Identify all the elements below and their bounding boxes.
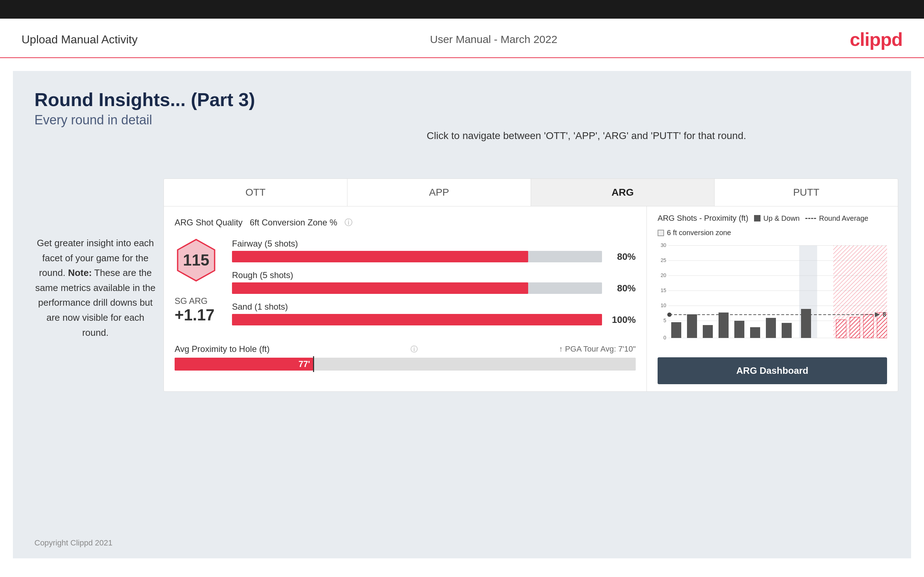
chart-bar-6 xyxy=(750,327,760,338)
top-bar xyxy=(0,0,924,19)
svg-text:10: 10 xyxy=(661,303,666,308)
bar-pct-sand: 100% xyxy=(607,314,636,326)
chart-bar-11 xyxy=(850,317,860,338)
chart-area: 30 25 20 15 10 5 0 xyxy=(657,243,887,350)
hex-score-block: 115 SG ARG +1.17 xyxy=(174,239,218,324)
tab-bar: OTT APP ARG PUTT xyxy=(164,179,898,206)
svg-text:15: 15 xyxy=(661,287,666,293)
hexagon: 115 xyxy=(174,239,218,282)
chart-bar-10 xyxy=(836,320,846,338)
left-panel: ARG Shot Quality 6ft Conversion Zone % ⓘ… xyxy=(164,206,647,392)
legend-6ft-label: 6 ft conversion zone xyxy=(667,229,731,237)
chart-svg: 30 25 20 15 10 5 0 xyxy=(657,243,887,350)
prox-bar-label: 77' xyxy=(298,359,310,369)
bar-outer-fairway xyxy=(232,251,602,262)
bar-row-fairway: Fairway (5 shots) 80% xyxy=(232,239,636,262)
upload-link[interactable]: Upload Manual Activity xyxy=(21,33,138,46)
hex-number: 115 xyxy=(183,251,209,269)
card-body: ARG Shot Quality 6ft Conversion Zone % ⓘ… xyxy=(164,206,898,392)
bar-label-fairway: Fairway (5 shots) xyxy=(232,239,636,249)
conversion-label: 6ft Conversion Zone % xyxy=(250,218,337,227)
bar-row-sand: Sand (1 shots) 100% xyxy=(232,302,636,326)
chart-title: ARG Shots - Proximity (ft) xyxy=(657,214,748,223)
bars-container: Fairway (5 shots) 80% Rough (5 shots) xyxy=(232,239,636,333)
bar-fill-fairway xyxy=(232,251,528,262)
footer: Copyright Clippd 2021 xyxy=(34,538,113,548)
nav-hint: Click to navigate between 'OTT', 'APP', … xyxy=(427,128,746,143)
legend-up-down-label: Up & Down xyxy=(763,214,800,222)
prox-label: Avg Proximity to Hole (ft) xyxy=(174,344,270,354)
pga-avg-label: ↑ PGA Tour Avg: 7'10" xyxy=(559,345,636,354)
prox-section: Avg Proximity to Hole (ft) ⓘ ↑ PGA Tour … xyxy=(174,344,636,371)
bar-outer-rough xyxy=(232,282,602,294)
prox-bar-fill: 77' xyxy=(174,358,313,371)
sg-label: SG ARG xyxy=(174,296,218,306)
legend-round-avg-label: Round Average xyxy=(819,214,868,222)
bar-row-rough: Rough (5 shots) 80% xyxy=(232,270,636,294)
main-content: Round Insights... (Part 3) Every round i… xyxy=(13,71,911,558)
sg-value: +1.17 xyxy=(174,306,218,324)
hex-container: 115 SG ARG +1.17 Fairway (5 shots) xyxy=(174,239,636,333)
chart-bar-8 xyxy=(782,323,792,338)
help-icon[interactable]: ⓘ xyxy=(344,217,352,228)
clippd-logo: clippd xyxy=(850,29,903,50)
bar-track-sand: 100% xyxy=(232,314,636,326)
svg-text:0: 0 xyxy=(663,335,666,340)
chart-bar-4 xyxy=(719,313,729,338)
chart-bar-1 xyxy=(671,322,681,338)
chart-bar-12 xyxy=(863,314,874,338)
legend-round-avg: Round Average xyxy=(805,214,868,222)
main-card: OTT APP ARG PUTT ARG Shot Quality 6ft Co… xyxy=(163,179,898,392)
help-icon-prox[interactable]: ⓘ xyxy=(410,345,418,354)
bar-fill-sand xyxy=(232,314,602,326)
svg-text:25: 25 xyxy=(661,257,666,263)
svg-text:30: 30 xyxy=(661,243,666,248)
legend-square-icon xyxy=(754,215,761,221)
page-title: Round Insights... (Part 3) xyxy=(34,89,890,110)
bar-track-rough: 80% xyxy=(232,282,636,294)
prox-cursor xyxy=(313,356,314,372)
bar-label-rough: Rough (5 shots) xyxy=(232,270,636,280)
svg-text:20: 20 xyxy=(661,272,666,278)
bar-fill-rough xyxy=(232,282,528,294)
bar-pct-rough: 80% xyxy=(607,283,636,294)
header-title: User Manual - March 2022 xyxy=(430,33,557,45)
chart-bar-7 xyxy=(766,318,776,338)
tab-putt[interactable]: PUTT xyxy=(715,179,898,206)
prox-bar-outer: 77' xyxy=(174,358,636,371)
prox-header: Avg Proximity to Hole (ft) ⓘ ↑ PGA Tour … xyxy=(174,344,636,354)
page-subtitle: Every round in detail xyxy=(34,113,890,127)
legend-checkbox-icon xyxy=(657,230,664,236)
legend-dashed-icon xyxy=(805,218,816,219)
svg-text:5: 5 xyxy=(663,318,666,323)
right-panel: ARG Shots - Proximity (ft) Up & Down Rou… xyxy=(647,206,898,392)
chart-header: ARG Shots - Proximity (ft) Up & Down Rou… xyxy=(657,214,887,237)
chart-bar-2 xyxy=(687,314,697,338)
title-block: Round Insights... (Part 3) Every round i… xyxy=(34,89,890,127)
legend-6ft: 6 ft conversion zone xyxy=(657,229,731,237)
tab-ott[interactable]: OTT xyxy=(164,179,347,206)
chart-bar-3 xyxy=(703,325,713,338)
panel-header: ARG Shot Quality 6ft Conversion Zone % ⓘ xyxy=(174,217,636,228)
chart-bar-9 xyxy=(801,309,811,338)
shot-quality-label: ARG Shot Quality xyxy=(174,218,242,227)
bar-pct-fairway: 80% xyxy=(607,251,636,262)
dashed-value: 8 xyxy=(883,311,886,318)
bar-track-fairway: 80% xyxy=(232,251,636,262)
bar-label-sand: Sand (1 shots) xyxy=(232,302,636,312)
sg-block: SG ARG +1.17 xyxy=(174,296,218,324)
tab-app[interactable]: APP xyxy=(347,179,531,206)
note-label: Note: xyxy=(68,268,92,278)
chart-bar-5 xyxy=(734,321,745,338)
arg-dashboard-button[interactable]: ARG Dashboard xyxy=(657,357,887,384)
header: Upload Manual Activity User Manual - Mar… xyxy=(0,19,924,58)
legend-up-down: Up & Down xyxy=(754,214,800,222)
bar-outer-sand xyxy=(232,314,602,326)
tab-arg[interactable]: ARG xyxy=(531,179,715,206)
description-text: Get greater insight into each facet of y… xyxy=(34,236,156,340)
